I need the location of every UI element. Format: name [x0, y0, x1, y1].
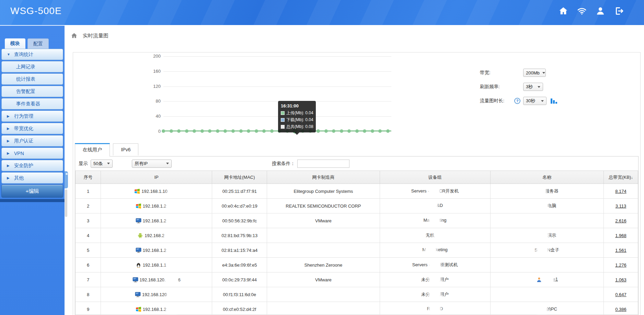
- redaction-smudge: [167, 277, 176, 283]
- app-header: [0, 0, 644, 25]
- name-text: S: [534, 247, 538, 253]
- cell-vendor: Shenzhen Zeroone: [267, 258, 380, 272]
- bandwidth-link[interactable]: 1.561: [615, 248, 626, 253]
- bandwidth-select[interactable]: 200Mb: [523, 69, 546, 77]
- cell-index: 4: [76, 228, 101, 243]
- sidebar-tab-modules[interactable]: 模块: [5, 38, 25, 49]
- device-name[interactable]: e1: [543, 277, 558, 282]
- table-row[interactable]: 7192.168.120.600:0c:29:73:9f:44VMware未分用…: [76, 272, 638, 287]
- refresh-label: 刷新频率:: [480, 84, 514, 90]
- bar-chart-icon[interactable]: [551, 98, 557, 104]
- table-row[interactable]: 5192.168.1.202:81:a1:15:74:a4MketingSN盒子…: [76, 243, 638, 258]
- search-input[interactable]: [297, 160, 349, 168]
- table-row[interactable]: 4192.168.202:81:bd:75:9b:13无线演示1.968: [76, 228, 638, 243]
- group-text: 桥测试机: [440, 262, 458, 267]
- chevron-down-icon: [166, 163, 169, 166]
- sidebar-item-6[interactable]: ▶其他: [1, 172, 63, 184]
- column-header-1[interactable]: IP: [101, 171, 212, 184]
- edit-button[interactable]: +编辑: [1, 185, 63, 198]
- sidebar-scrollbar[interactable]: [65, 189, 67, 217]
- cell-mac: 02:81:a1:15:74:a4: [212, 243, 267, 258]
- ip-filter-select[interactable]: 所有IP: [132, 160, 172, 168]
- linux-os-icon: [136, 262, 141, 268]
- help-icon[interactable]: ?: [514, 98, 520, 104]
- cell-ip: 192.168.1.2: [101, 302, 212, 315]
- ip-text: 192.168.120.: [140, 277, 166, 282]
- group-text: 用户: [440, 292, 449, 297]
- cell-index: 7: [76, 272, 101, 287]
- refresh-select[interactable]: 3秒: [523, 83, 543, 91]
- cell-index: 9: [76, 302, 101, 315]
- table-row[interactable]: 9192.168.1.200:cf:e0:52:d4:2fRD的PC0.386: [76, 302, 638, 315]
- sidebar-subitem-0-0[interactable]: 上网记录: [1, 61, 63, 72]
- sidebar-collapse-handle[interactable]: ◀: [65, 171, 68, 188]
- sidebar-subitem-0-3[interactable]: 事件查看器: [1, 98, 63, 109]
- bandwidth-link[interactable]: 1.063: [615, 277, 626, 282]
- cell-device-group: &D: [380, 199, 490, 213]
- name-text: N盒子: [547, 247, 559, 253]
- cell-vendor: Elitegroup Computer Systems: [267, 184, 380, 199]
- cell-name: 服务器: [490, 184, 603, 199]
- duration-select[interactable]: 30秒: [523, 97, 547, 105]
- sidebar-item-4[interactable]: ▶VPN: [1, 148, 63, 159]
- windows-os-icon: [136, 203, 141, 209]
- cell-name: 的PC: [490, 302, 603, 315]
- cell-bandwidth: 1.561: [603, 243, 638, 258]
- monitor-os-icon: [133, 277, 138, 283]
- sidebar-item-3[interactable]: ▶用户认证: [1, 135, 63, 147]
- column-header-2[interactable]: 网卡地址(MAC): [212, 171, 267, 184]
- tooltip-total: 总共(Mb): 0.08: [286, 124, 313, 130]
- column-header-6[interactable]: 总带宽(KB)↓: [603, 171, 638, 184]
- page-size-select[interactable]: 50条: [91, 160, 113, 168]
- chevron-down-icon: [538, 86, 540, 89]
- cell-ip: 192.168.1.1: [101, 258, 212, 272]
- cell-mac: 00:25:11:d7:f7:91: [212, 184, 267, 199]
- user-icon[interactable]: [595, 6, 606, 16]
- tab-online-users[interactable]: 在线用户: [75, 143, 110, 156]
- wifi-icon[interactable]: [577, 6, 587, 16]
- breadcrumb: 实时流量图: [71, 32, 108, 39]
- chevron-down-icon: [541, 100, 544, 103]
- table-row[interactable]: 8192.168.12000:f1:f3:11:6d:0e未分用户0.647: [76, 287, 638, 302]
- sidebar-tab-config[interactable]: 配置: [27, 38, 49, 49]
- column-header-4[interactable]: 设备组: [380, 171, 490, 184]
- table-row[interactable]: 2192.168.1.200:e0:4c:d7:e0:19REALTEK SEM…: [76, 199, 638, 213]
- home-icon[interactable]: [558, 6, 568, 16]
- group-text: 未分: [421, 292, 430, 297]
- sidebar-item-2[interactable]: ▶带宽优化: [1, 123, 63, 134]
- duration-label: 流量图时长:: [480, 98, 514, 104]
- bandwidth-link[interactable]: 2.616: [615, 218, 626, 223]
- duration-row: 流量图时长: ? 30秒: [480, 96, 557, 105]
- column-header-3[interactable]: 网卡制造商: [267, 171, 380, 184]
- group-text: Ma: [424, 218, 430, 223]
- table-row[interactable]: 3192.168.1.200:50:56:32:9b:fcVMwareMatin…: [76, 213, 638, 228]
- bandwidth-link[interactable]: 1.276: [615, 262, 626, 268]
- sidebar-item-1[interactable]: ▶行为管理: [1, 110, 63, 122]
- table-row[interactable]: 1192.168.1.1000:25:11:d7:f7:91Elitegroup…: [76, 184, 638, 199]
- sidebar-item-5[interactable]: ▶安全防护: [1, 160, 63, 171]
- sidebar-item-label: 带宽优化: [14, 126, 33, 132]
- bandwidth-link[interactable]: 3.113: [616, 203, 626, 209]
- sidebar-item-0[interactable]: ▼查询统计: [1, 49, 63, 60]
- bandwidth-link[interactable]: 0.386: [615, 307, 626, 312]
- column-header-5[interactable]: 名称: [490, 171, 603, 184]
- bandwidth-link[interactable]: 0.647: [615, 292, 626, 297]
- sidebar-subitem-0-2[interactable]: 告警配置: [1, 86, 63, 97]
- redaction-smudge: [426, 247, 436, 253]
- redaction-smudge: [536, 188, 545, 194]
- cell-vendor: VMware: [267, 272, 380, 287]
- name-text: 电脑: [547, 203, 556, 208]
- sidebar-item-label: 查询统计: [14, 51, 33, 58]
- device-name: 服务器: [536, 188, 559, 194]
- breadcrumb-home-icon[interactable]: [71, 32, 78, 39]
- device-name: SN盒子: [534, 247, 559, 253]
- tab-ipv6[interactable]: IPv6: [113, 143, 138, 155]
- table-row[interactable]: 6192.168.1.1e4:3a:6e:09:6f:e5Shenzhen Ze…: [76, 258, 638, 272]
- bandwidth-row: 带宽: 200Mb: [480, 68, 557, 77]
- logout-icon[interactable]: [614, 6, 624, 16]
- bandwidth-value: 200Mb: [526, 70, 540, 75]
- column-header-0[interactable]: 序号: [76, 171, 101, 184]
- bandwidth-link[interactable]: 8.174: [615, 189, 626, 194]
- bandwidth-link[interactable]: 1.968: [615, 233, 626, 238]
- sidebar-subitem-0-1[interactable]: 统计报表: [1, 73, 63, 85]
